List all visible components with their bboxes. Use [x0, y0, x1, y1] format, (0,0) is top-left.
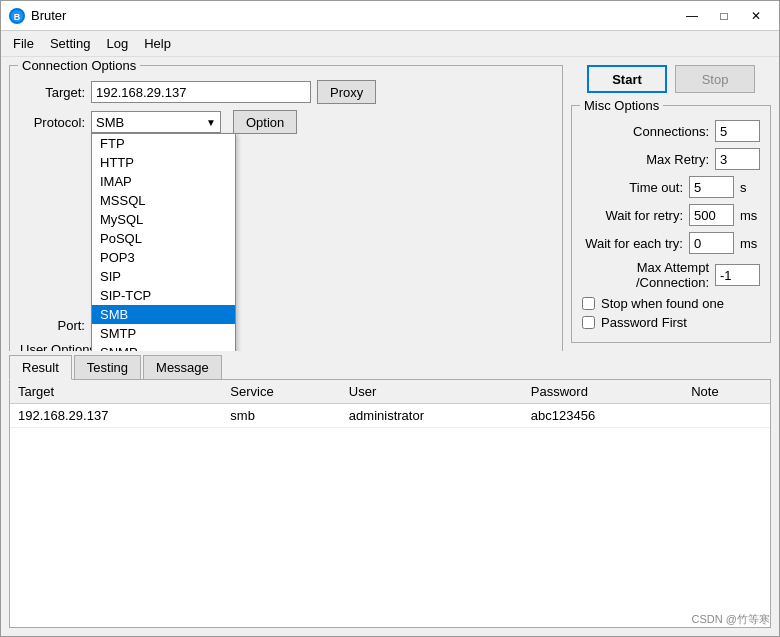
option-posql[interactable]: PoSQL: [92, 229, 235, 248]
connections-label: Connections:: [582, 124, 709, 139]
title-bar: B Bruter — □ ✕: [1, 1, 779, 31]
timeout-unit: s: [740, 180, 760, 195]
col-user: User: [341, 380, 523, 404]
max-retry-row: Max Retry:: [582, 148, 760, 170]
minimize-button[interactable]: —: [677, 6, 707, 26]
password-first-row: Password First: [582, 315, 760, 330]
result-tab-content: Target Service User Password Note 192.16…: [9, 380, 771, 629]
col-target: Target: [10, 380, 222, 404]
option-smtp[interactable]: SMTP: [92, 324, 235, 343]
stop-found-row: Stop when found one: [582, 296, 760, 311]
protocol-row: Protocol: SMB ▼ FTP HTTP IMAP MSSQL MyS: [20, 110, 552, 134]
max-attempt-input[interactable]: [715, 264, 760, 286]
max-attempt-label: Max Attempt /Connection:: [582, 260, 709, 290]
window-title: Bruter: [31, 8, 66, 23]
target-row: Target: Proxy: [20, 80, 552, 104]
col-note: Note: [683, 380, 770, 404]
option-smb[interactable]: SMB: [92, 305, 235, 324]
option-mssql[interactable]: MSSQL: [92, 191, 235, 210]
cell-note: [683, 403, 770, 427]
timeout-input[interactable]: [689, 176, 734, 198]
tab-testing[interactable]: Testing: [74, 355, 141, 379]
option-ftp[interactable]: FTP: [92, 134, 235, 153]
option-snmp[interactable]: SNMP: [92, 343, 235, 351]
wait-each-row: Wait for each try: ms: [582, 232, 760, 254]
right-panel: Start Stop Misc Options Connections: Max…: [571, 65, 771, 343]
protocol-value: SMB: [92, 114, 128, 131]
connections-input[interactable]: [715, 120, 760, 142]
option-sip[interactable]: SIP: [92, 267, 235, 286]
app-icon: B: [9, 8, 25, 24]
option-imap[interactable]: IMAP: [92, 172, 235, 191]
port-label: Port:: [20, 318, 85, 333]
wait-each-input[interactable]: [689, 232, 734, 254]
wait-each-unit: ms: [740, 236, 760, 251]
protocol-label: Protocol:: [20, 115, 85, 130]
stop-found-checkbox[interactable]: [582, 297, 595, 310]
target-input[interactable]: [91, 81, 311, 103]
stop-button: Stop: [675, 65, 755, 93]
col-service: Service: [222, 380, 341, 404]
max-attempt-sub-label: /Connection:: [582, 275, 709, 290]
cell-service: smb: [222, 403, 341, 427]
menu-log[interactable]: Log: [98, 33, 136, 54]
cell-user: administrator: [341, 403, 523, 427]
start-stop-row: Start Stop: [571, 65, 771, 93]
protocol-option-button[interactable]: Option: [233, 110, 297, 134]
dropdown-arrow-icon: ▼: [206, 117, 216, 128]
max-attempt-main-label: Max Attempt: [582, 260, 709, 275]
window-controls: — □ ✕: [677, 6, 771, 26]
misc-group: Misc Options Connections: Max Retry: Tim…: [571, 105, 771, 343]
menu-bar: File Setting Log Help: [1, 31, 779, 57]
tabs: Result Testing Message: [9, 355, 771, 380]
option-mysql[interactable]: MySQL: [92, 210, 235, 229]
tab-message[interactable]: Message: [143, 355, 222, 379]
max-retry-input[interactable]: [715, 148, 760, 170]
menu-setting[interactable]: Setting: [42, 33, 98, 54]
connection-group: Connection Options Target: Proxy Protoco…: [9, 65, 563, 351]
max-attempt-row: Max Attempt /Connection:: [582, 260, 760, 290]
wait-retry-unit: ms: [740, 208, 760, 223]
password-first-label: Password First: [601, 315, 687, 330]
password-first-checkbox[interactable]: [582, 316, 595, 329]
maximize-button[interactable]: □: [709, 6, 739, 26]
stop-found-label: Stop when found one: [601, 296, 724, 311]
main-content: Connection Options Target: Proxy Protoco…: [1, 57, 779, 351]
option-sip-tcp[interactable]: SIP-TCP: [92, 286, 235, 305]
wait-retry-label: Wait for retry:: [582, 208, 683, 223]
proxy-button[interactable]: Proxy: [317, 80, 376, 104]
left-panel: Connection Options Target: Proxy Protoco…: [9, 65, 563, 343]
start-button[interactable]: Start: [587, 65, 667, 93]
result-table: Target Service User Password Note 192.16…: [10, 380, 770, 428]
option-http[interactable]: HTTP: [92, 153, 235, 172]
wait-retry-input[interactable]: [689, 204, 734, 226]
connections-row: Connections:: [582, 120, 760, 142]
cell-target: 192.168.29.137: [10, 403, 222, 427]
cell-password: abc123456: [523, 403, 683, 427]
protocol-select[interactable]: SMB ▼: [91, 111, 221, 133]
watermark: CSDN @竹等寒: [692, 612, 770, 627]
menu-help[interactable]: Help: [136, 33, 179, 54]
col-password: Password: [523, 380, 683, 404]
bottom-section: Result Testing Message Target Service Us…: [1, 351, 779, 637]
protocol-dropdown-list: FTP HTTP IMAP MSSQL MySQL PoSQL POP3 SIP…: [91, 133, 236, 351]
tab-result[interactable]: Result: [9, 355, 72, 380]
max-retry-label: Max Retry:: [582, 152, 709, 167]
wait-retry-row: Wait for retry: ms: [582, 204, 760, 226]
svg-text:B: B: [14, 12, 21, 22]
option-pop3[interactable]: POP3: [92, 248, 235, 267]
wait-each-label: Wait for each try:: [582, 236, 683, 251]
connection-group-label: Connection Options: [18, 58, 140, 73]
close-button[interactable]: ✕: [741, 6, 771, 26]
timeout-label: Time out:: [582, 180, 683, 195]
protocol-dropdown-wrapper: SMB ▼ FTP HTTP IMAP MSSQL MySQL PoSQL PO…: [91, 111, 221, 133]
menu-file[interactable]: File: [5, 33, 42, 54]
misc-group-label: Misc Options: [580, 98, 663, 113]
main-window: B Bruter — □ ✕ File Setting Log Help Con…: [0, 0, 780, 637]
table-row: 192.168.29.137 smb administrator abc1234…: [10, 403, 770, 427]
target-label: Target:: [20, 85, 85, 100]
timeout-row: Time out: s: [582, 176, 760, 198]
title-bar-left: B Bruter: [9, 8, 66, 24]
